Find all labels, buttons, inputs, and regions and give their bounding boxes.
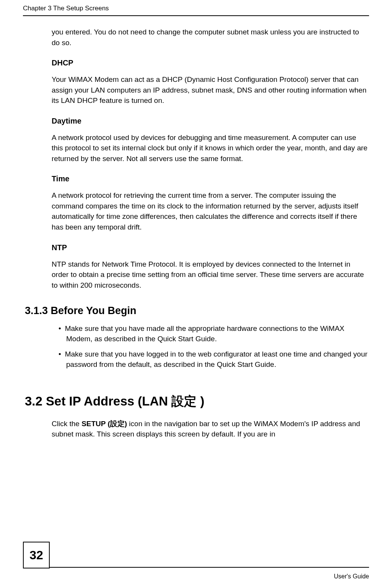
list-item: Make sure that you have made all the app… — [52, 324, 369, 344]
chapter-title: Chapter 3 The Setup Screens — [23, 5, 109, 12]
time-heading: Time — [52, 174, 369, 183]
header-rule — [23, 15, 369, 16]
daytime-text: A network protocol used by devices for d… — [52, 132, 369, 164]
daytime-heading: Daytime — [52, 117, 369, 125]
ntp-heading: NTP — [52, 243, 369, 252]
list-item: Make sure that you have logged in to the… — [52, 349, 369, 370]
page: Chapter 3 The Setup Screens you entered.… — [0, 0, 392, 583]
footer-rule — [23, 567, 369, 568]
intro-paragraph: you entered. You do not need to change t… — [52, 27, 369, 48]
footer: 32 User's Guide — [23, 567, 369, 568]
section-32-heading: 3.2 Set IP Address (LAN 設定 ) — [25, 393, 369, 410]
dhcp-heading: DHCP — [52, 59, 369, 67]
content-area: you entered. You do not need to change t… — [52, 27, 369, 450]
time-text: A network protocol for retrieving the cu… — [52, 190, 369, 232]
ntp-text: NTP stands for Network Time Protocol. It… — [52, 259, 369, 291]
section-313-bullets: Make sure that you have made all the app… — [52, 324, 369, 370]
text-run: Click the — [52, 420, 81, 428]
section-313-heading: 3.1.3 Before You Begin — [25, 305, 369, 317]
section-32-paragraph: Click the SETUP (設定) icon in the navigat… — [52, 419, 369, 440]
footer-guide-label: User's Guide — [334, 573, 369, 580]
dhcp-text: Your WiMAX Modem can act as a DHCP (Dyna… — [52, 74, 369, 106]
setup-label-strong: SETUP (設定) — [81, 420, 127, 428]
page-number: 32 — [23, 542, 50, 568]
